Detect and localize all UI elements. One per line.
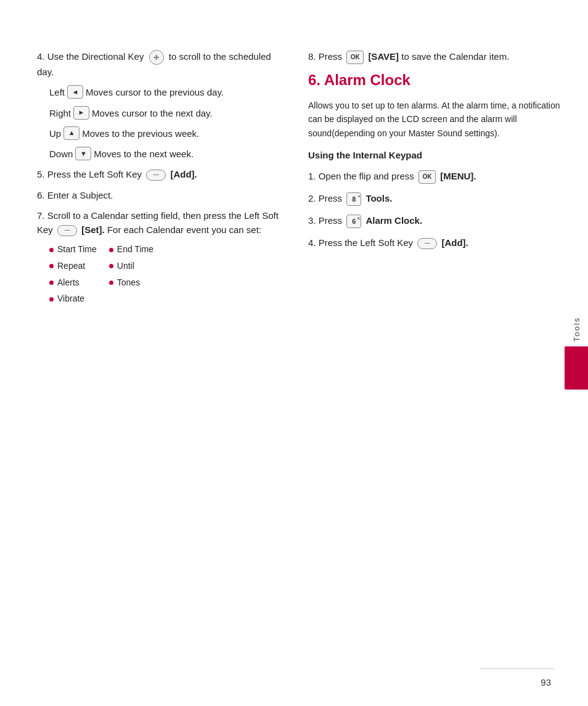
ok-key-icon: OK bbox=[346, 51, 364, 64]
bullet-alerts: Alerts bbox=[49, 276, 97, 290]
right-arrow-icon: ► bbox=[73, 106, 89, 120]
direction-right-row: Right ► Moves cursor to the next day. bbox=[49, 106, 284, 120]
side-tab: Tools bbox=[565, 316, 588, 389]
bullet-end-time: End Time bbox=[109, 243, 153, 257]
step-3-alarm: Alarm Clock. bbox=[365, 215, 422, 226]
direction-up-desc: Moves to the previous week. bbox=[82, 126, 199, 141]
bullet-start-time: Start Time bbox=[49, 243, 97, 257]
direction-down-label: Down bbox=[49, 147, 73, 161]
alarm-step-1: 1. Open the flip and press OK [MENU]. bbox=[308, 169, 563, 184]
down-arrow-icon: ▼ bbox=[75, 147, 91, 160]
bullet-until: Until bbox=[109, 260, 153, 273]
ok-key2-icon: OK bbox=[419, 170, 436, 184]
left-soft-key3-icon: — bbox=[417, 238, 437, 249]
item-5-bold: [Add]. bbox=[170, 169, 197, 179]
item-7-text: 7. Scroll to a Calendar setting field, t… bbox=[37, 208, 284, 237]
step-2-num: 2. bbox=[308, 193, 316, 203]
bullet-end-time-label: End Time bbox=[117, 243, 153, 257]
page-number: 93 bbox=[541, 677, 551, 688]
left-soft-key-icon: — bbox=[146, 170, 166, 181]
direction-right-label: Right bbox=[49, 106, 71, 120]
direction-left-label: Left bbox=[49, 85, 65, 99]
right-column: 8. Press OK [SAVE] to save the Calendar … bbox=[308, 49, 563, 669]
item-7-sub: For each Calendar event you can set: bbox=[107, 224, 261, 235]
alarm-step-1-text: 1. Open the flip and press OK [MENU]. bbox=[308, 169, 563, 184]
alarm-step-4-text: 4. Press the Left Soft Key — [Add]. bbox=[308, 236, 563, 250]
item-4-block: 4. Use the Directional Key ✛ to scroll t… bbox=[37, 49, 284, 161]
calendar-settings-list: Start Time Repeat Alerts Vibrate bbox=[49, 243, 284, 306]
alarm-clock-title: 6. Alarm Clock bbox=[308, 72, 563, 89]
step-2-tools: Tools. bbox=[365, 193, 392, 203]
direction-up: Up ▲ Moves to the previous week. bbox=[49, 126, 284, 141]
bullet-col-2: End Time Until Tones bbox=[109, 243, 153, 306]
left-column: 4. Use the Directional Key ✛ to scroll t… bbox=[37, 49, 284, 669]
step-4-add: [Add]. bbox=[441, 237, 468, 248]
item-8-rest: to save the Calendar item. bbox=[401, 51, 509, 62]
using-keypad-heading: Using the Internal Keypad bbox=[308, 150, 563, 160]
item-6-block: 6. Enter a Subject. bbox=[37, 188, 284, 202]
item-7-block: 7. Scroll to a Calendar setting field, t… bbox=[37, 208, 284, 306]
bullet-vibrate: Vibrate bbox=[49, 292, 97, 306]
direction-down-row: Down ▼ Moves to the next week. bbox=[49, 147, 284, 161]
bullet-vibrate-label: Vibrate bbox=[57, 292, 84, 306]
item-7-set: [Set]. bbox=[81, 224, 105, 235]
key-8-icon: 8* bbox=[346, 192, 361, 206]
item-4-text: 4. Use the Directional Key ✛ to scroll t… bbox=[37, 49, 284, 79]
direction-right-desc: Moves cursor to the next day. bbox=[92, 106, 213, 120]
bullet-start-time-label: Start Time bbox=[57, 243, 97, 257]
main-content: 4. Use the Directional Key ✛ to scroll t… bbox=[0, 0, 588, 706]
direction-left-desc: Moves cursor to the previous day. bbox=[86, 85, 224, 99]
step-1-menu: [MENU]. bbox=[440, 171, 476, 181]
bullet-dot bbox=[109, 248, 113, 252]
bullet-dot bbox=[49, 264, 54, 268]
item-8-block: 8. Press OK [SAVE] to save the Calendar … bbox=[308, 49, 563, 64]
direction-down-desc: Moves to the next week. bbox=[94, 147, 194, 161]
item-6-text: 6. Enter a Subject. bbox=[37, 188, 284, 202]
left-arrow-icon: ◄ bbox=[67, 85, 83, 99]
direction-left-row: Left ◄ Moves cursor to the previous day. bbox=[49, 85, 284, 99]
item-5-text: 5. Press the Left Soft Key — [Add]. bbox=[37, 167, 284, 181]
directional-key-icon: ✛ bbox=[149, 50, 164, 65]
direction-up-row: Up ▲ Moves to the previous week. bbox=[49, 126, 284, 141]
step-4-num: 4. bbox=[308, 237, 316, 248]
key-6-icon: 6^ bbox=[346, 215, 361, 228]
direction-up-label: Up bbox=[49, 126, 61, 141]
step-3-num: 3. bbox=[308, 215, 316, 226]
item-8-text: 8. Press OK [SAVE] to save the Calendar … bbox=[308, 49, 563, 64]
page-divider bbox=[480, 668, 554, 669]
bullet-dot bbox=[49, 248, 54, 252]
step-1-num: 1. bbox=[308, 171, 316, 181]
bullet-tones-label: Tones bbox=[117, 276, 140, 290]
left-soft-key2-icon: — bbox=[57, 225, 77, 236]
page-container: 4. Use the Directional Key ✛ to scroll t… bbox=[0, 0, 588, 706]
side-tab-label: Tools bbox=[572, 316, 581, 341]
alarm-step-3-text: 3. Press 6^ Alarm Clock. bbox=[308, 213, 563, 228]
alarm-step-3: 3. Press 6^ Alarm Clock. bbox=[308, 213, 563, 228]
side-tab-bar bbox=[565, 347, 588, 390]
bullet-dot bbox=[49, 297, 54, 302]
item-8-save: [SAVE] bbox=[368, 51, 399, 62]
bullet-repeat: Repeat bbox=[49, 260, 97, 273]
bullet-alerts-label: Alerts bbox=[57, 276, 80, 290]
bullet-tones: Tones bbox=[109, 276, 153, 290]
direction-left: Left ◄ Moves cursor to the previous day. bbox=[49, 85, 284, 99]
bullet-dot bbox=[109, 281, 113, 285]
bullet-dot bbox=[109, 264, 113, 268]
bullet-repeat-label: Repeat bbox=[57, 260, 85, 273]
direction-down: Down ▼ Moves to the next week. bbox=[49, 147, 284, 161]
bullet-until-label: Until bbox=[117, 260, 134, 273]
bullet-dot bbox=[49, 281, 54, 285]
item-5-block: 5. Press the Left Soft Key — [Add]. bbox=[37, 167, 284, 181]
up-arrow-icon: ▲ bbox=[63, 126, 80, 140]
bullet-col-1: Start Time Repeat Alerts Vibrate bbox=[49, 243, 97, 306]
direction-right: Right ► Moves cursor to the next day. bbox=[49, 106, 284, 120]
alarm-step-4: 4. Press the Left Soft Key — [Add]. bbox=[308, 236, 563, 250]
alarm-step-2-text: 2. Press 8* Tools. bbox=[308, 191, 563, 206]
alarm-clock-desc: Allows you to set up to ten alarms. At t… bbox=[308, 99, 563, 140]
alarm-step-2: 2. Press 8* Tools. bbox=[308, 191, 563, 206]
